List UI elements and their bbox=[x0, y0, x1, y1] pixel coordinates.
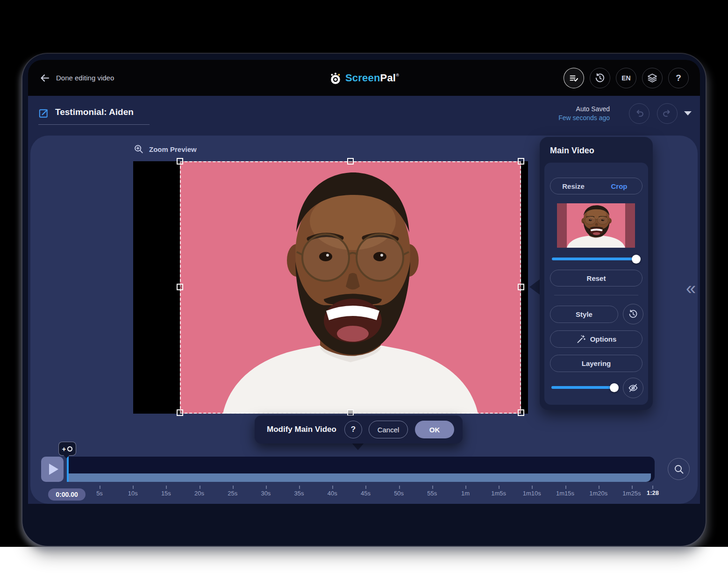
language-button[interactable]: EN bbox=[616, 68, 636, 88]
timeline-tick bbox=[365, 486, 366, 489]
timeline-playhead[interactable] bbox=[67, 457, 69, 482]
language-label: EN bbox=[621, 74, 630, 82]
modify-bar-title: Modify Main Video bbox=[267, 425, 336, 434]
crop-handle-middle-right[interactable] bbox=[518, 284, 524, 290]
panel-title: Main Video bbox=[550, 146, 594, 156]
magic-wand-icon bbox=[576, 334, 586, 344]
reset-button[interactable]: Reset bbox=[550, 270, 642, 286]
back-arrow-icon bbox=[39, 72, 50, 84]
layers-button[interactable] bbox=[642, 68, 663, 88]
crop-tab[interactable]: Crop bbox=[596, 178, 642, 194]
timeline-tick-label: 1m25s bbox=[622, 490, 641, 497]
screenpal-wordmark: ScreenPal® bbox=[345, 72, 399, 84]
redo-button[interactable] bbox=[657, 103, 678, 124]
top-bar: Done editing video ScreenPal® bbox=[28, 60, 700, 96]
visibility-toggle-button[interactable] bbox=[623, 378, 643, 398]
crop-handle-bottom-left[interactable] bbox=[177, 409, 183, 416]
total-duration-label: 1:28 bbox=[643, 489, 663, 496]
timeline-tick-label: 35s bbox=[294, 490, 304, 497]
timeline-tick-label: 45s bbox=[361, 490, 371, 497]
crop-handle-bottom-right[interactable] bbox=[518, 409, 524, 416]
crop-handle-top-middle[interactable] bbox=[347, 158, 354, 165]
screenpal-logo: ScreenPal® bbox=[329, 72, 399, 85]
crop-handle-middle-left[interactable] bbox=[177, 284, 183, 290]
layering-button[interactable]: Layering bbox=[550, 355, 642, 372]
autosave-label: Auto Saved bbox=[514, 105, 610, 114]
style-button[interactable]: Style bbox=[550, 306, 618, 323]
crop-shade-left bbox=[557, 203, 567, 248]
zoom-in-icon bbox=[134, 144, 144, 154]
modify-help-button[interactable]: ? bbox=[344, 421, 362, 438]
screenpal-mascot-icon bbox=[329, 72, 342, 85]
timeline-tick bbox=[565, 486, 566, 489]
timeline-tick-label: 30s bbox=[261, 490, 271, 497]
title-underline bbox=[38, 124, 150, 125]
playlist-check-icon bbox=[568, 72, 579, 84]
timeline-tick bbox=[266, 486, 267, 489]
autosave-status: Auto Saved Few seconds ago bbox=[514, 105, 610, 122]
timeline-tick bbox=[133, 486, 134, 489]
timeline-filmstrip[interactable] bbox=[67, 473, 651, 482]
modify-help-label: ? bbox=[351, 425, 356, 434]
zoom-preview-label: Zoom Preview bbox=[149, 145, 197, 153]
history-button[interactable] bbox=[590, 68, 610, 88]
resize-tab[interactable]: Resize bbox=[550, 178, 596, 194]
autosave-time: Few seconds ago bbox=[514, 114, 610, 122]
page-title: Testimonial: Aiden bbox=[55, 107, 134, 117]
timeline-tick-label: 25s bbox=[228, 490, 237, 497]
timeline-tick bbox=[299, 486, 300, 489]
timeline-tick-label: 1m20s bbox=[589, 490, 607, 497]
crop-zoom-slider-knob[interactable] bbox=[632, 255, 641, 264]
app-root: Done editing video ScreenPal® bbox=[0, 0, 728, 573]
redo-icon bbox=[662, 108, 673, 119]
resize-crop-toggle: Resize Crop bbox=[550, 178, 642, 194]
more-actions-caret[interactable] bbox=[684, 111, 692, 115]
timeline-tick bbox=[599, 486, 600, 489]
crop-handle-top-right[interactable] bbox=[518, 158, 524, 165]
timeline-tick bbox=[465, 486, 466, 489]
crop-shade-right bbox=[625, 203, 635, 248]
crop-thumbnail[interactable] bbox=[557, 203, 635, 248]
add-overlay-pointer bbox=[64, 455, 69, 458]
crop-handle-top-left[interactable] bbox=[177, 158, 183, 165]
timeline-tick bbox=[332, 486, 333, 489]
options-button[interactable]: Options bbox=[550, 330, 642, 348]
done-editing-label: Done editing video bbox=[56, 74, 114, 82]
crop-selection[interactable] bbox=[180, 161, 521, 414]
timeline-tick-label: 50s bbox=[394, 490, 404, 497]
current-time-badge: 0:00.00 bbox=[48, 488, 86, 501]
timeline-tick bbox=[399, 486, 400, 489]
crop-handle-bottom-middle[interactable] bbox=[347, 409, 354, 416]
crop-zoom-slider[interactable] bbox=[552, 258, 641, 260]
style-history-button[interactable] bbox=[623, 304, 643, 324]
opacity-slider[interactable] bbox=[551, 386, 618, 389]
done-editing-button[interactable]: Done editing video bbox=[39, 72, 114, 84]
search-icon bbox=[673, 464, 685, 475]
collapse-panel-chevron[interactable]: « bbox=[686, 279, 696, 299]
header-actions: EN ? bbox=[564, 68, 689, 88]
modify-bar-pointer bbox=[351, 443, 364, 450]
timeline-tick bbox=[499, 486, 500, 489]
layers-icon bbox=[647, 72, 658, 84]
cancel-button[interactable]: Cancel bbox=[369, 421, 408, 438]
add-overlay-badge[interactable]: + bbox=[58, 442, 76, 456]
play-button[interactable] bbox=[41, 457, 64, 482]
circle-icon bbox=[67, 446, 72, 451]
ok-button[interactable]: OK bbox=[415, 421, 454, 438]
help-label: ? bbox=[676, 73, 681, 83]
opacity-slider-knob[interactable] bbox=[610, 383, 619, 392]
play-icon bbox=[49, 464, 58, 475]
timeline-tick bbox=[233, 486, 234, 489]
checklist-button[interactable] bbox=[564, 68, 584, 88]
edit-title-icon[interactable] bbox=[38, 108, 49, 119]
timeline-tick-label: 5s bbox=[96, 490, 103, 497]
zoom-preview-control[interactable]: Zoom Preview bbox=[134, 144, 197, 154]
timeline-tick-label: 40s bbox=[328, 490, 337, 497]
timeline-tick bbox=[100, 486, 100, 489]
timeline-tick-label: 1m10s bbox=[523, 490, 541, 497]
help-button[interactable]: ? bbox=[668, 68, 689, 88]
undo-button[interactable] bbox=[629, 103, 649, 124]
timeline-zoom-button[interactable] bbox=[668, 458, 690, 480]
panel-divider bbox=[554, 295, 638, 295]
timeline-tick bbox=[652, 486, 653, 489]
